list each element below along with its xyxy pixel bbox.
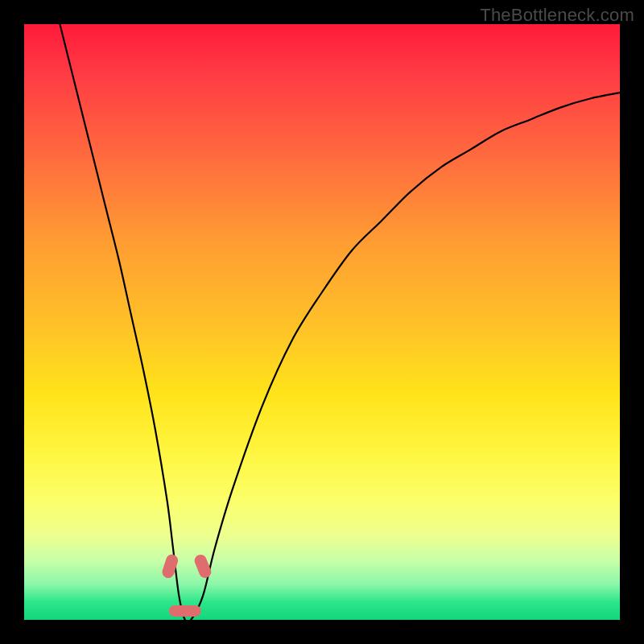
watermark-text: TheBottleneck.com — [480, 5, 634, 26]
marker-bottom — [169, 605, 201, 617]
bottleneck-chart — [24, 24, 620, 620]
bottleneck-curve — [60, 24, 620, 620]
